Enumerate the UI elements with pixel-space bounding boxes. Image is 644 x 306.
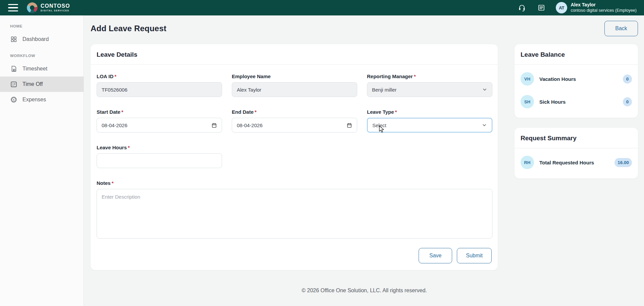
notes-field-group: Notes*	[97, 180, 492, 239]
sidebar-section-home: HOME	[0, 24, 84, 28]
leave-type-select[interactable]: Select	[367, 118, 492, 133]
sidebar-item-label: Expenses	[22, 97, 46, 103]
required-marker: *	[128, 145, 130, 150]
reporting-manager-field-group: Reporting Manager* Benji miller	[367, 73, 492, 97]
loa-id-field-group: LOA ID*	[97, 73, 222, 97]
employee-name-field-group: Employee Name	[232, 73, 357, 97]
page-title: Add Leave Request	[91, 24, 166, 33]
end-date-label: End Date	[232, 109, 254, 115]
requested-hours-label: Total Requested Hours	[539, 160, 609, 165]
balance-row-vacation: VH Vacation Hours 0	[521, 67, 632, 90]
sidebar-item-label: Dashboard	[22, 36, 49, 42]
start-date-field-group: Start Date* 08-04-2026	[97, 109, 222, 133]
avatar: AT	[556, 2, 567, 13]
support-headset-icon[interactable]	[516, 2, 528, 13]
memo-icon[interactable]	[536, 2, 547, 13]
start-date-input[interactable]: 08-04-2026	[97, 118, 222, 133]
main-content: Add Leave Request Back Leave Details LOA…	[84, 15, 644, 306]
leave-hours-field-group: Leave Hours*	[97, 145, 222, 168]
expenses-icon: $	[10, 96, 17, 103]
sidebar-item-timesheet[interactable]: Timesheet	[0, 61, 84, 76]
footer-copyright: © 2026 Office One Solution, LLC. All rig…	[91, 288, 638, 294]
timesheet-icon	[10, 65, 17, 72]
leave-type-value: Select	[372, 122, 386, 128]
loa-id-input[interactable]	[97, 82, 222, 97]
sidebar-item-time-off[interactable]: Time Off	[0, 76, 84, 92]
reporting-manager-label: Reporting Manager	[367, 73, 413, 79]
chevron-down-icon	[482, 87, 487, 92]
brand-name: CONTOSO	[41, 3, 70, 9]
required-marker: *	[112, 180, 114, 186]
chevron-down-icon	[482, 122, 487, 128]
sick-hours-label: Sick Hours	[539, 99, 618, 105]
user-menu[interactable]: AT Alex Taylor contoso digital services …	[556, 2, 637, 13]
contoso-logo-icon	[27, 2, 38, 13]
sidebar-item-label: Time Off	[22, 81, 43, 87]
hamburger-menu-icon[interactable]	[8, 4, 18, 11]
end-date-input[interactable]: 08-04-2026	[232, 118, 357, 133]
required-marker: *	[395, 109, 397, 115]
brand-logo: CONTOSO DIGITAL SERVICES	[27, 2, 70, 13]
requested-hours-chip: RH	[521, 156, 534, 169]
request-summary-title: Request Summary	[521, 135, 632, 142]
sick-hours-chip: SH	[521, 95, 534, 108]
vacation-hours-chip: VH	[521, 72, 534, 86]
required-marker: *	[121, 109, 123, 115]
svg-text:$: $	[13, 98, 15, 101]
leave-balance-title: Leave Balance	[521, 51, 632, 58]
reporting-manager-value: Benji miller	[372, 87, 396, 93]
vacation-hours-label: Vacation Hours	[539, 76, 618, 82]
user-name: Alex Taylor	[571, 2, 637, 8]
save-button[interactable]: Save	[419, 248, 452, 263]
sidebar-item-dashboard[interactable]: Dashboard	[0, 32, 84, 47]
time-off-icon	[10, 81, 17, 88]
required-marker: *	[114, 73, 116, 79]
leave-type-label: Leave Type	[367, 109, 394, 115]
employee-name-input[interactable]	[232, 82, 357, 97]
top-bar: CONTOSO DIGITAL SERVICES AT Alex Taylor …	[0, 0, 644, 15]
requested-hours-value: 16.00	[614, 158, 632, 167]
sidebar-item-expenses[interactable]: $ Expenses	[0, 92, 84, 107]
request-summary-card: Request Summary RH Total Requested Hours…	[515, 128, 638, 178]
calendar-icon[interactable]	[346, 122, 352, 128]
required-marker: *	[255, 109, 257, 115]
brand-tagline: DIGITAL SERVICES	[41, 10, 70, 12]
required-marker: *	[414, 73, 416, 79]
leave-hours-label: Leave Hours	[97, 145, 127, 150]
balance-row-sick: SH Sick Hours 0	[521, 90, 632, 113]
vacation-hours-value: 0	[623, 74, 632, 84]
sick-hours-value: 0	[623, 97, 632, 106]
back-button[interactable]: Back	[604, 21, 638, 36]
leave-balance-card: Leave Balance VH Vacation Hours 0 SH Sic…	[515, 44, 638, 118]
leave-type-field-group: Leave Type* Select	[367, 109, 492, 133]
loa-id-label: LOA ID	[97, 73, 113, 79]
notes-textarea[interactable]	[97, 189, 492, 239]
leave-details-card: Leave Details LOA ID* Employee Name	[91, 44, 498, 270]
submit-button[interactable]: Submit	[457, 248, 492, 263]
start-date-value: 08-04-2026	[102, 122, 127, 128]
employee-name-label: Employee Name	[232, 73, 271, 79]
summary-row-total: RH Total Requested Hours 16.00	[521, 151, 632, 174]
card-title: Leave Details	[97, 51, 492, 58]
start-date-label: Start Date	[97, 109, 120, 115]
sidebar-item-label: Timesheet	[22, 66, 47, 72]
end-date-value: 08-04-2026	[237, 122, 263, 128]
leave-hours-input[interactable]	[97, 153, 222, 168]
end-date-field-group: End Date* 08-04-2026	[232, 109, 357, 133]
dashboard-icon	[10, 36, 17, 43]
reporting-manager-select[interactable]: Benji miller	[367, 82, 492, 97]
sidebar-section-workflow: WORKFLOW	[0, 54, 84, 58]
user-role: contoso digital services (Employee)	[571, 8, 637, 13]
calendar-icon[interactable]	[211, 122, 217, 128]
sidebar: HOME Dashboard WORKFLOW Timesheet	[0, 15, 84, 306]
notes-label: Notes	[97, 180, 111, 186]
